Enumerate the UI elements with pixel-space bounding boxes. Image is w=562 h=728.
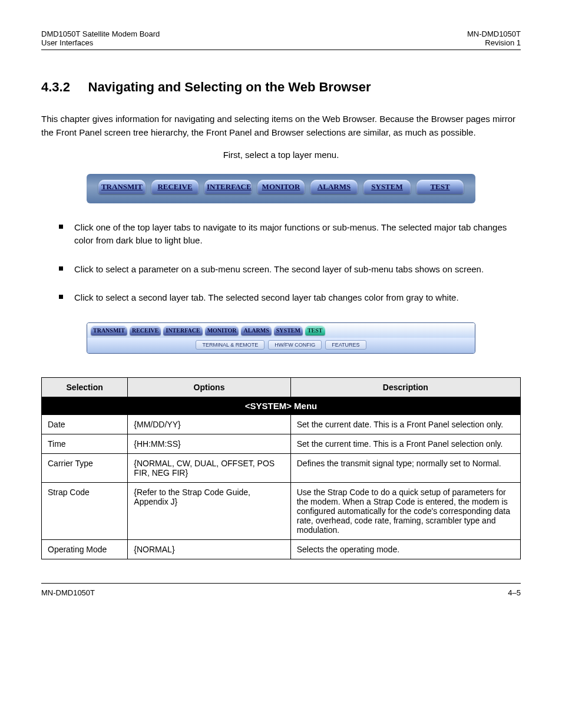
cell-desc: Defines the transmit signal type; normal…: [290, 453, 520, 482]
tab2-transmit[interactable]: TRANSMIT: [91, 325, 127, 335]
table-row: Strap Code {Refer to the Strap Code Guid…: [42, 482, 521, 539]
tab-alarms[interactable]: ALARMS: [310, 180, 358, 194]
section-number: 4.3.2: [41, 80, 70, 94]
bullet-1: Click one of the top layer tabs to navig…: [59, 221, 521, 248]
navbar-small-row2: TERMINAL & REMOTE HW/FW CONFIG FEATURES: [87, 338, 475, 353]
bullet-2: Click to select a parameter on a sub-men…: [59, 263, 521, 276]
cell-desc: Use the Strap Code to do a quick setup o…: [290, 482, 520, 539]
tab2-test[interactable]: TEST: [305, 325, 325, 335]
cell-sel: Date: [42, 414, 128, 434]
table-title: <SYSTEM> Menu: [42, 397, 521, 414]
system-menu-table: <SYSTEM> Menu Selection Options Descript…: [41, 377, 521, 559]
cell-opt: {Refer to the Strap Code Guide, Appendix…: [128, 482, 290, 539]
tab-system[interactable]: SYSTEM: [363, 180, 411, 194]
tab-monitor[interactable]: MONITOR: [257, 180, 305, 194]
tab2-receive[interactable]: RECEIVE: [130, 325, 161, 335]
footer-left: MN-DMD1050T: [41, 588, 95, 597]
col-desc: Description: [290, 377, 520, 397]
tab2-system[interactable]: SYSTEM: [274, 325, 303, 335]
table-row: Date {MM/DD/YY} Set the current date. Th…: [42, 414, 521, 434]
table-row: Operating Mode {NORMAL} Selects the oper…: [42, 539, 521, 559]
subtab-features[interactable]: FEATURES: [325, 340, 366, 350]
col-options: Options: [128, 377, 290, 397]
cell-sel: Time: [42, 434, 128, 453]
cell-desc: Set the current time. This is a Front Pa…: [290, 434, 520, 453]
tab2-alarms[interactable]: ALARMS: [241, 325, 271, 335]
cell-desc: Selects the operating mode.: [290, 539, 520, 559]
instruction-list: Click one of the top layer tabs to navig…: [41, 221, 521, 305]
table-row: Carrier Type {NORMAL, CW, DUAL, OFFSET, …: [42, 453, 521, 482]
cell-sel: Strap Code: [42, 482, 128, 539]
cell-sel: Operating Mode: [42, 539, 128, 559]
tab-receive[interactable]: RECEIVE: [151, 180, 199, 194]
cell-opt: {HH:MM:SS}: [128, 434, 290, 453]
img1-caption: First, select a top layer menu.: [41, 149, 521, 162]
hdr-right-2: Revision 1: [467, 38, 521, 47]
hdr-left-1: DMD1050T Satellite Modem Board: [41, 29, 160, 38]
hdr-left-2: User Interfaces: [41, 38, 160, 47]
tab2-monitor[interactable]: MONITOR: [205, 325, 239, 335]
col-selection: Selection: [42, 377, 128, 397]
navbar-primary-small: TRANSMIT RECEIVE INTERFACE MONITOR ALARM…: [87, 322, 475, 354]
navbar-primary-large: TRANSMIT RECEIVE INTERFACE MONITOR ALARM…: [87, 174, 475, 203]
cell-desc: Set the current date. This is a Front Pa…: [290, 414, 520, 434]
cell-sel: Carrier Type: [42, 453, 128, 482]
footer-right: 4–5: [508, 588, 521, 597]
subtab-hwfw[interactable]: HW/FW CONFIG: [268, 340, 322, 350]
table-row: Time {HH:MM:SS} Set the current time. Th…: [42, 434, 521, 453]
cell-opt: {NORMAL}: [128, 539, 290, 559]
section-heading: 4.3.2 Navigating and Selecting on the We…: [41, 80, 521, 95]
intro-para: This chapter gives information for navig…: [41, 113, 521, 139]
bullet-3: Click to select a second layer tab. The …: [59, 291, 521, 305]
hdr-rule: [41, 50, 521, 50]
cell-opt: {NORMAL, CW, DUAL, OFFSET, POS FIR, NEG …: [128, 453, 290, 482]
section-title: Navigating and Selecting on the Web Brow…: [88, 80, 371, 94]
tab2-interface[interactable]: INTERFACE: [163, 325, 202, 335]
navbar-small-row1: TRANSMIT RECEIVE INTERFACE MONITOR ALARM…: [87, 323, 475, 338]
cell-opt: {MM/DD/YY}: [128, 414, 290, 434]
subtab-terminal[interactable]: TERMINAL & REMOTE: [196, 340, 265, 350]
tab-interface[interactable]: INTERFACE: [204, 180, 252, 194]
tab-transmit[interactable]: TRANSMIT: [98, 180, 146, 194]
hdr-right-1: MN-DMD1050T: [467, 29, 521, 38]
tab-test[interactable]: TEST: [416, 180, 464, 194]
